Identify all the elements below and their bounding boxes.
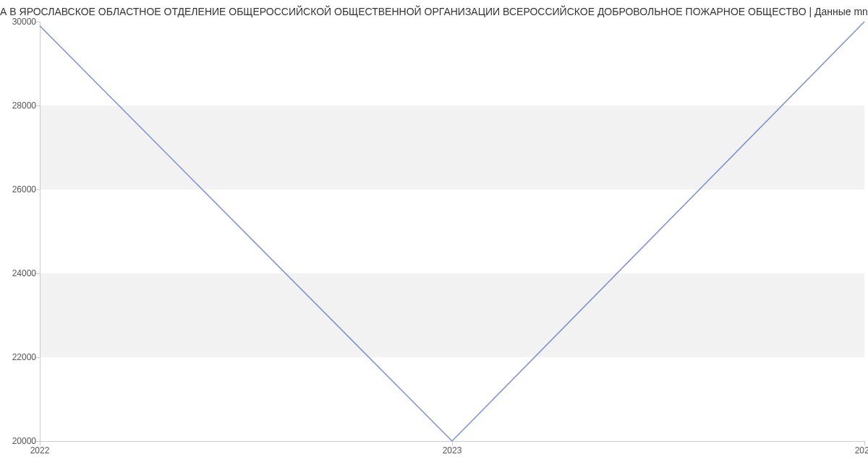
y-tick-label: 24000 [4,268,36,278]
y-tick-label: 22000 [4,352,36,362]
x-tick-label: 2024 [855,445,868,456]
y-tick-label: 28000 [4,101,36,111]
y-tick-label: 20000 [4,436,36,446]
x-tick-label: 2022 [30,445,50,456]
plot-region: 202220232024 [40,22,864,441]
x-tick-label: 2023 [443,445,462,456]
data-line [40,22,864,441]
y-tick-label: 30000 [4,17,36,27]
line-layer [40,22,864,441]
y-tick-label: 26000 [4,184,36,195]
chart-area: 202220232024 [40,22,864,441]
chart-title: А В ЯРОСЛАВСКОЕ ОБЛАСТНОЕ ОТДЕЛЕНИЕ ОБЩЕ… [0,6,868,17]
